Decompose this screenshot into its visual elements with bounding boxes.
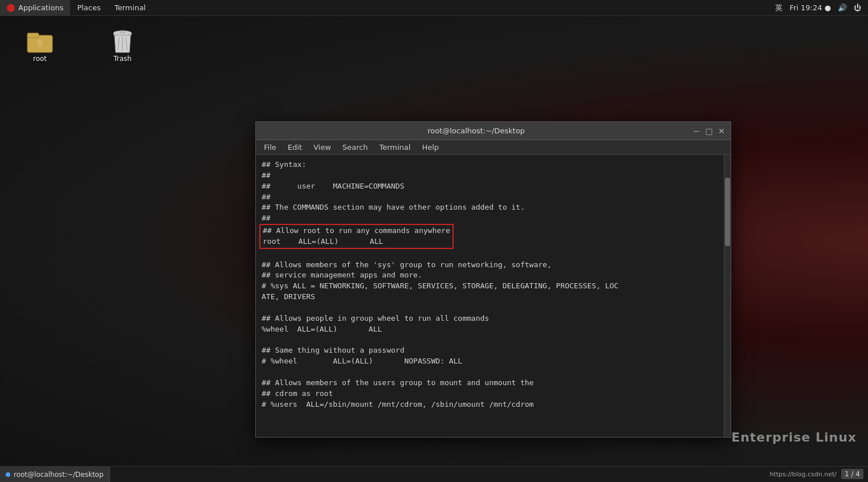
- bottom-panel: root@localhost:~/Desktop https://blog.cs…: [0, 466, 868, 482]
- volume-icon[interactable]: 🔊: [838, 3, 847, 12]
- applications-label: Applications: [18, 3, 63, 12]
- terminal-window: root@localhost:~/Desktop − □ ✕ File Edit…: [255, 121, 731, 438]
- svg-rect-8: [120, 31, 125, 33]
- places-menu[interactable]: Places: [70, 0, 107, 15]
- taskbar-item-label: root@localhost:~/Desktop: [14, 471, 104, 479]
- terminal-app-menu[interactable]: Terminal: [373, 140, 416, 154]
- trash-icon: [110, 27, 135, 55]
- terminal-label: Terminal: [115, 3, 146, 12]
- url-bar: https://blog.csdn.net/ 1 / 4: [769, 466, 868, 482]
- svg-rect-5: [38, 42, 42, 47]
- app-menu: Applications Places Terminal: [0, 0, 153, 15]
- language-indicator: 英: [775, 3, 783, 13]
- power-icon[interactable]: ⏻: [854, 3, 861, 12]
- terminal-titlebar: root@localhost:~/Desktop − □ ✕: [256, 122, 731, 140]
- taskbar-dot: [6, 472, 10, 477]
- root-icon-label: root: [33, 55, 47, 63]
- top-right-section: 英 Fri 19:24 ● 🔊 ⏻: [775, 3, 868, 13]
- close-button[interactable]: ✕: [717, 126, 726, 136]
- minimize-button[interactable]: −: [692, 126, 701, 136]
- terminal-title: root@localhost:~/Desktop: [260, 126, 692, 135]
- file-menu[interactable]: File: [258, 140, 282, 154]
- app-icon: [7, 4, 15, 12]
- top-panel: Applications Places Terminal 英 Fri 19:24…: [0, 0, 868, 16]
- applications-menu[interactable]: Applications: [0, 0, 70, 15]
- svg-rect-2: [27, 33, 39, 38]
- desktop-icon-trash[interactable]: Trash: [100, 27, 145, 63]
- clock: Fri 19:24 ●: [789, 3, 831, 12]
- search-menu[interactable]: Search: [337, 140, 374, 154]
- taskbar-item[interactable]: root@localhost:~/Desktop: [0, 467, 110, 482]
- desktop: root Trash root@localhost:~/Desktop − □ …: [0, 16, 868, 466]
- scrollbar-thumb[interactable]: [725, 178, 730, 246]
- view-menu[interactable]: View: [308, 140, 337, 154]
- places-label: Places: [77, 3, 100, 12]
- terminal-scrollbar[interactable]: [724, 155, 731, 437]
- url-text: https://blog.csdn.net/: [769, 471, 837, 478]
- desktop-icon-root[interactable]: root: [17, 27, 63, 63]
- window-controls: − □ ✕: [692, 126, 726, 136]
- folder-icon: [26, 27, 54, 55]
- terminal-text[interactable]: ## Syntax: ## ## user MACHINE=COMMANDS #…: [256, 155, 724, 437]
- terminal-content: ## Syntax: ## ## user MACHINE=COMMANDS #…: [256, 155, 731, 437]
- edit-menu[interactable]: Edit: [282, 140, 308, 154]
- help-menu[interactable]: Help: [416, 140, 445, 154]
- maximize-button[interactable]: □: [704, 126, 714, 136]
- terminal-menu[interactable]: Terminal: [108, 0, 153, 15]
- page-indicator: 1 / 4: [841, 469, 863, 479]
- terminal-menubar: File Edit View Search Terminal Help: [256, 140, 731, 155]
- enterprise-linux-watermark: Enterprise Linux: [731, 430, 857, 444]
- trash-icon-label: Trash: [113, 55, 132, 63]
